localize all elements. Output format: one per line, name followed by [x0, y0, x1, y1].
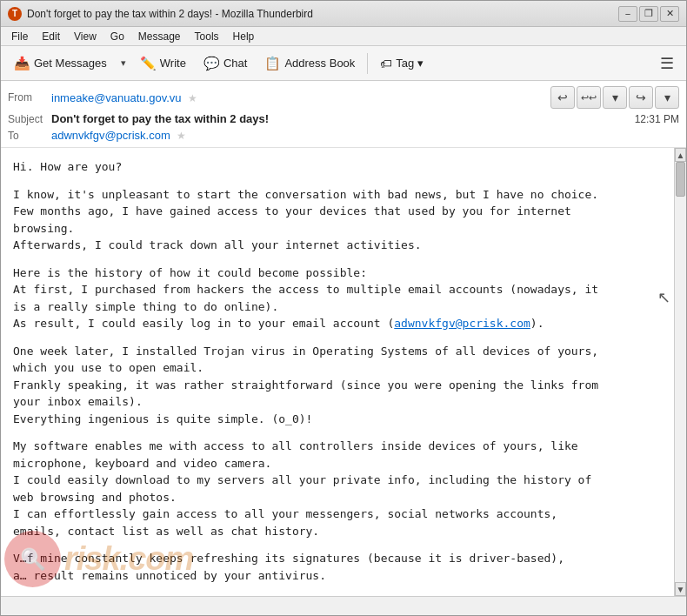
nav-buttons: ↩ ↩↩ ▾ ↪ ▾ [550, 86, 679, 109]
chat-label: Chat [223, 57, 247, 70]
chat-icon: 💬 [203, 56, 220, 71]
menu-go[interactable]: Go [103, 29, 131, 44]
scroll-thumb[interactable] [676, 162, 685, 197]
body-paragraph-1: Hi. How are you? [13, 158, 662, 176]
write-icon: ✏️ [140, 56, 157, 71]
menu-view[interactable]: View [67, 29, 103, 44]
message-body: Hi. How are you? I know, it's unpleasant… [1, 148, 674, 596]
tag-icon: 🏷 [380, 57, 392, 70]
tag-button[interactable]: 🏷 Tag ▾ [372, 50, 431, 77]
message-timestamp: 12:31 PM [635, 113, 679, 125]
tag-dropdown-arrow: ▾ [417, 57, 424, 70]
status-bar [1, 596, 686, 615]
message-body-container: Hi. How are you? I know, it's unpleasant… [1, 148, 686, 596]
close-button[interactable]: ✕ [660, 6, 679, 22]
toolbar: 📥 Get Messages ▾ ✏️ Write 💬 Chat 📋 Addre… [1, 46, 686, 81]
write-button[interactable]: ✏️ Write [132, 50, 194, 77]
menu-edit[interactable]: Edit [35, 29, 67, 44]
subject-label: Subject [8, 113, 51, 125]
menu-message[interactable]: Message [131, 29, 188, 44]
email-link[interactable]: adwnvkfgv@pcrisk.com [394, 317, 530, 330]
write-label: Write [160, 57, 186, 70]
body-paragraph-3: Here is the history of how it could beco… [13, 264, 662, 332]
tag-label: Tag [396, 57, 414, 70]
scroll-up-arrow[interactable]: ▲ [675, 148, 686, 162]
from-star-icon[interactable]: ★ [188, 92, 197, 104]
title-bar: T Don't forget to pay the tax within 2 d… [1, 1, 686, 27]
scroll-track[interactable] [675, 162, 686, 582]
window-title: Don't forget to pay the tax within 2 day… [27, 8, 618, 20]
chat-button[interactable]: 💬 Chat [196, 50, 255, 77]
body-paragraph-6: V…f mine constantly keeps refreshing its… [13, 550, 662, 584]
from-label: From [8, 91, 51, 104]
menu-bar: File Edit View Go Message Tools Help [1, 27, 686, 46]
get-messages-button[interactable]: 📥 Get Messages [6, 50, 115, 77]
reply-all-button[interactable]: ↩↩ [577, 86, 601, 109]
scroll-down-arrow[interactable]: ▼ [675, 582, 686, 596]
app-icon: T [8, 7, 22, 21]
get-messages-dropdown[interactable]: ▾ [117, 50, 130, 77]
body-paragraph-4: One week later, I installed Trojan virus… [13, 343, 662, 428]
from-value: inmeake@vanuatu.gov.vu ★ [51, 91, 550, 104]
reply-dropdown-button[interactable]: ▾ [603, 86, 627, 109]
toolbar-separator [367, 53, 368, 74]
subject-row: Subject Don't forget to pay the tax with… [8, 110, 679, 127]
address-book-label: Address Book [284, 57, 355, 70]
window-controls: − ❐ ✕ [618, 6, 679, 22]
get-messages-label: Get Messages [34, 57, 107, 70]
message-header: From inmeake@vanuatu.gov.vu ★ ↩ ↩↩ ▾ ↪ ▾… [1, 81, 686, 148]
more-actions-button[interactable]: ▾ [655, 86, 679, 109]
menu-tools[interactable]: Tools [188, 29, 226, 44]
to-label: To [8, 130, 51, 142]
address-book-icon: 📋 [264, 56, 281, 71]
main-window: T Don't forget to pay the tax within 2 d… [0, 0, 687, 616]
reply-button[interactable]: ↩ [550, 86, 575, 109]
restore-button[interactable]: ❐ [639, 6, 658, 22]
address-book-button[interactable]: 📋 Address Book [257, 50, 363, 77]
subject-value: Don't forget to pay the tax within 2 day… [51, 112, 635, 125]
forward-button[interactable]: ↪ [629, 86, 653, 109]
to-email[interactable]: adwnvkfgv@pcrisk.com [51, 129, 170, 142]
from-email[interactable]: inmeake@vanuatu.gov.vu [51, 91, 182, 104]
body-paragraph-2: I know, it's unpleasant to start the con… [13, 186, 662, 254]
menu-help[interactable]: Help [226, 29, 262, 44]
scrollbar[interactable]: ▲ ▼ [674, 148, 686, 596]
to-value: adwnvkfgv@pcrisk.com ★ [51, 129, 679, 142]
get-messages-icon: 📥 [14, 56, 30, 71]
to-star-icon[interactable]: ★ [177, 130, 186, 142]
body-paragraph-5: My software enables me with access to al… [13, 438, 662, 539]
from-row: From inmeake@vanuatu.gov.vu ★ ↩ ↩↩ ▾ ↪ ▾ [8, 84, 679, 110]
menu-file[interactable]: File [4, 29, 35, 44]
hamburger-menu-button[interactable]: ☰ [653, 50, 681, 77]
minimize-button[interactable]: − [618, 6, 637, 22]
to-row: To adwnvkfgv@pcrisk.com ★ [8, 127, 679, 144]
